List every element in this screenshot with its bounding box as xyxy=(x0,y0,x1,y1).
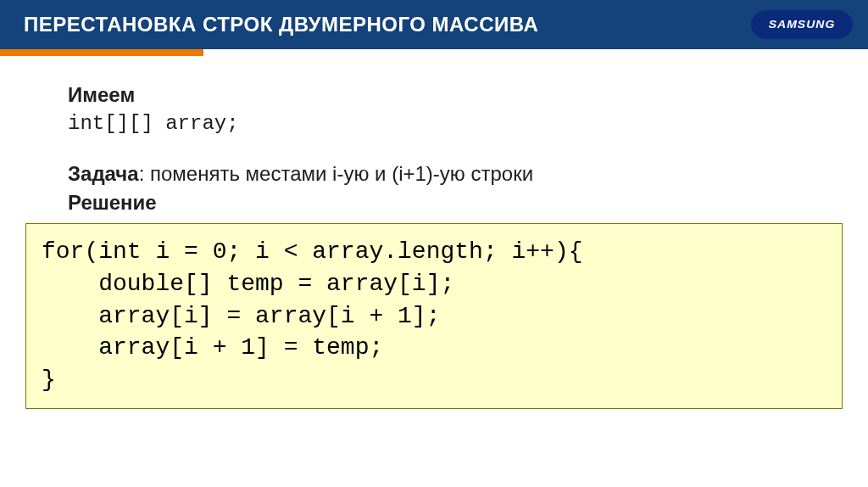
accent-bar xyxy=(0,49,203,56)
array-declaration: int[][] array; xyxy=(68,112,800,135)
code-line-2: double[] temp = array[i]; xyxy=(42,271,454,297)
slide-content: Имеем int[][] array; Задача: поменять ме… xyxy=(0,49,868,215)
code-line-3: array[i] = array[i + 1]; xyxy=(42,303,440,329)
label-have: Имеем xyxy=(68,83,800,107)
title-bar: ПЕРЕСТАНОВКА СТРОК ДВУМЕРНОГО МАССИВА SA… xyxy=(0,0,868,49)
code-line-1: for(int i = 0; i < array.length; i++){ xyxy=(42,238,583,265)
task-label: Задача xyxy=(68,162,139,185)
code-block: for(int i = 0; i < array.length; i++){ d… xyxy=(25,223,843,409)
logo-text: SAMSUNG xyxy=(769,19,836,31)
solution-label: Решение xyxy=(68,191,800,215)
task-text: : поменять местами i-ую и (i+1)-ую строк… xyxy=(139,162,533,185)
samsung-logo: SAMSUNG xyxy=(751,10,853,39)
slide-title: ПЕРЕСТАНОВКА СТРОК ДВУМЕРНОГО МАССИВА xyxy=(24,13,538,36)
code-line-5: } xyxy=(42,367,56,393)
code-line-4: array[i + 1] = temp; xyxy=(42,334,383,361)
task-line: Задача: поменять местами i-ую и (i+1)-ую… xyxy=(68,162,800,186)
